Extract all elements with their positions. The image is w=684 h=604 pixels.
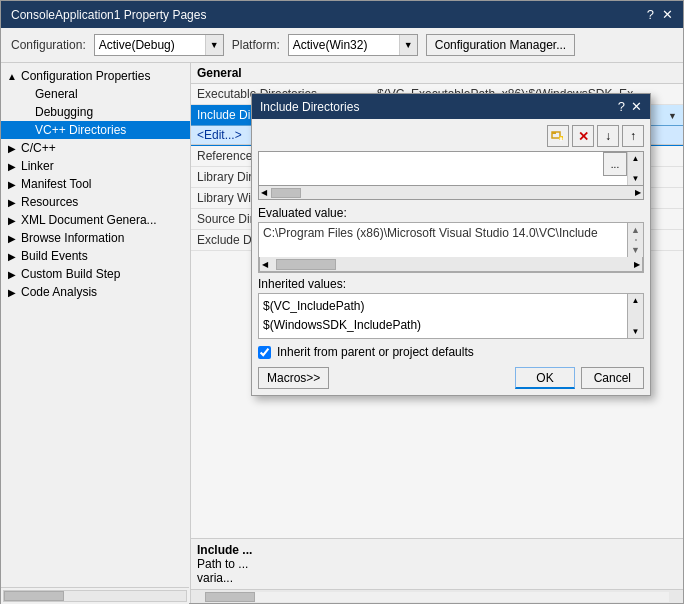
tree-panel: ▲ Configuration Properties General Debug… [1,63,191,603]
tree-item-resources[interactable]: ▶ Resources [1,193,190,211]
tree-item-code-analysis[interactable]: ▶ Code Analysis [1,283,190,301]
list-hscrollbar[interactable]: ◀ ▶ [258,186,644,200]
list-scrollbar[interactable]: ▲ ▼ [627,152,643,185]
arrow-config-props: ▲ [5,71,19,82]
horizontal-scrollbar[interactable] [191,589,683,603]
close-button[interactable]: ✕ [662,7,673,22]
dialog-title-bar: Include Directories ? ✕ [252,94,650,119]
platform-label: Platform: [232,38,280,52]
tree-item-config-props[interactable]: ▲ Configuration Properties [1,67,190,85]
dialog-buttons: Macros>> OK Cancel [258,367,644,389]
inherit-checkbox-row: Inherit from parent or project defaults [258,345,644,359]
inherited-value-2: $(WindowsSDK_IncludePath) [263,316,623,335]
evaluated-value-box: C:\Program Files (x86)\Microsoft Visual … [258,222,644,273]
inherit-checkbox[interactable] [258,346,271,359]
title-bar-controls: ? ✕ [647,7,673,22]
platform-arrow[interactable]: ▼ [399,35,417,55]
dialog-list-area: ... ▲ ▼ [258,151,644,186]
cancel-button[interactable]: Cancel [581,367,644,389]
tree-item-c-cpp[interactable]: ▶ C/C++ [1,139,190,157]
arrow-c-cpp: ▶ [5,143,19,154]
config-dropdown[interactable]: Active(Debug) ▼ [94,34,224,56]
dialog-help-button[interactable]: ? [618,99,625,114]
tree-item-linker[interactable]: ▶ Linker [1,157,190,175]
tree-item-debugging[interactable]: Debugging [1,103,190,121]
right-panel: General Executable Directories $(VC_Exec… [191,63,683,603]
tree-item-general[interactable]: General [1,85,190,103]
arrow-code-analysis: ▶ [5,287,19,298]
toolbar: Configuration: Active(Debug) ▼ Platform:… [1,28,683,63]
evaluated-label: Evaluated value: [258,206,644,220]
scroll-down-arrow[interactable]: ▼ [631,243,640,257]
help-button[interactable]: ? [647,7,654,22]
tree-item-build-events[interactable]: ▶ Build Events [1,247,190,265]
title-bar: ConsoleApplication1 Property Pages ? ✕ [1,1,683,28]
dialog-close-button[interactable]: ✕ [631,99,642,114]
dialog-move-down-button[interactable]: ↓ [597,125,619,147]
tree-item-manifest-tool[interactable]: ▶ Manifest Tool [1,175,190,193]
scroll-up-arrow[interactable]: ▲ [631,223,640,237]
eval-hscrollbar[interactable]: ◀ ▶ [259,257,643,272]
main-content: ▲ Configuration Properties General Debug… [1,63,683,603]
inherited-value-1: $(VC_IncludePath) [263,297,623,316]
dialog-browse-button[interactable]: ... [603,152,627,176]
new-folder-icon [551,129,565,143]
arrow-build-events: ▶ [5,251,19,262]
arrow-xml: ▶ [5,215,19,226]
macros-button[interactable]: Macros>> [258,367,329,389]
dialog-delete-button[interactable]: ✕ [572,125,594,147]
config-arrow[interactable]: ▼ [205,35,223,55]
inherited-label: Inherited values: [258,277,644,291]
dialog-new-line-button[interactable] [547,125,569,147]
dialog-move-up-button[interactable]: ↑ [622,125,644,147]
arrow-resources: ▶ [5,197,19,208]
config-value: Active(Debug) [95,38,205,52]
svg-rect-1 [552,132,556,134]
ok-button[interactable]: OK [515,367,574,389]
tree-item-vc-directories[interactable]: VC++ Directories [1,121,190,139]
main-window: ConsoleApplication1 Property Pages ? ✕ C… [0,0,684,604]
props-section-header: General [191,63,683,84]
tree-item-xml-doc[interactable]: ▶ XML Document Genera... [1,211,190,229]
arrow-custom-build: ▶ [5,269,19,280]
dialog-title-text: Include Directories [260,100,359,114]
tree-item-custom-build[interactable]: ▶ Custom Build Step [1,265,190,283]
arrow-manifest: ▶ [5,179,19,190]
tree-item-browse-info[interactable]: ▶ Browse Information [1,229,190,247]
platform-dropdown[interactable]: Active(Win32) ▼ [288,34,418,56]
arrow-linker: ▶ [5,161,19,172]
include-directories-dialog: Include Directories ? ✕ [251,93,651,396]
dialog-path-input[interactable] [259,152,603,172]
dropdown-arrow-icon: ▼ [668,111,677,121]
scroll-thumb [635,239,637,241]
inherited-values-box: $(VC_IncludePath) $(WindowsSDK_IncludePa… [258,293,644,339]
dropdown-arrow-cell[interactable]: ▼ [662,105,683,126]
inherited-scrollbar[interactable]: ▲ ▼ [627,294,643,338]
evaluated-scrollbar[interactable]: ▲ ▼ [627,223,643,257]
platform-value: Active(Win32) [289,38,399,52]
bottom-description: Include ... Path to ... varia... [191,538,683,589]
inherit-checkbox-label: Inherit from parent or project defaults [277,345,474,359]
evaluated-value-text: C:\Program Files (x86)\Microsoft Visual … [263,226,598,240]
config-manager-button[interactable]: Configuration Manager... [426,34,575,56]
dialog-list [259,152,603,185]
dialog-toolbar: ✕ ↓ ↑ [258,125,644,147]
dialog-body: ✕ ↓ ↑ ... ▲ ▼ [252,119,650,395]
arrow-browse: ▶ [5,233,19,244]
window-title: ConsoleApplication1 Property Pages [11,8,206,22]
config-label: Configuration: [11,38,86,52]
